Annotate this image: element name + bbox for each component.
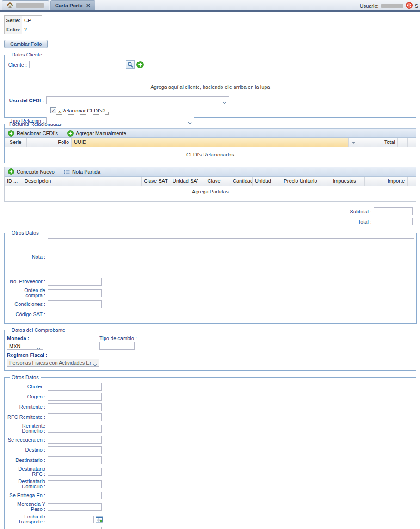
condiciones-input[interactable] [48, 300, 102, 308]
orden-compra-input[interactable] [48, 289, 102, 297]
destinatario-input[interactable] [48, 456, 102, 464]
col-uuid[interactable]: UUID [72, 138, 349, 147]
subtotal-label: Subtotal : [350, 209, 374, 214]
origen-label: Origen : [7, 394, 48, 399]
destinatario-domicilio-input[interactable] [48, 480, 102, 488]
destino-input[interactable] [48, 446, 102, 454]
subtotal-input[interactable] [374, 207, 413, 215]
matricula-input[interactable] [48, 527, 102, 529]
chevron-down-icon [93, 362, 97, 367]
relacionar-cfdis-checkbox-wrap: ✓ ¿Relacionar CFDI's? [49, 106, 109, 115]
destino-label: Destino : [7, 448, 48, 453]
mercancia-peso-label: Mercancia Y Peso : [7, 502, 48, 512]
cliente-label: Cliente : [7, 62, 29, 68]
tab-strip: Carta Porte ✕ Usuario: S [0, 0, 420, 12]
col-spacer [408, 138, 416, 147]
col-serie[interactable]: Serie [5, 138, 27, 147]
tipo-relacion-select[interactable] [46, 117, 194, 124]
usuario-label: Usuario: [360, 3, 379, 9]
col-folio[interactable]: Folio [27, 138, 72, 147]
fecha-transporte-input[interactable] [48, 516, 94, 523]
nota-partida-button[interactable]: Nota Partida [62, 168, 104, 175]
uso-cfdi-select[interactable] [46, 96, 229, 104]
column-menu-arrow-icon[interactable] [349, 138, 358, 147]
codigo-sat-label: Código SAT : [7, 312, 48, 317]
facturas-relacionadas-section: Facturas Relacionadas Relacionar CFDI's … [4, 121, 416, 163]
conceptos-grid-empty: Agrega Partidas [5, 186, 416, 201]
condiciones-label: Condiciones : [7, 302, 48, 307]
datos-cliente-legend: Datos Cliente [10, 52, 44, 57]
se-recogera-en-input[interactable] [48, 436, 102, 444]
add-icon [67, 130, 74, 137]
logout-power-icon[interactable] [406, 2, 413, 10]
regimen-fiscal-select[interactable]: Personas Fisicas con Actividades Empre [7, 359, 99, 367]
rfc-remitente-input[interactable] [48, 413, 102, 421]
relacionar-cfdis-checkbox[interactable]: ✓ [50, 107, 56, 113]
col-unidad[interactable]: Unidad [253, 177, 277, 186]
col-id[interactable]: ID ... [5, 177, 22, 186]
uso-cfdi-label: Uso del CFDI : [7, 98, 46, 103]
origen-input[interactable] [48, 393, 102, 401]
relacionar-cfdis-button[interactable]: Relacionar CFDI's [6, 130, 61, 137]
redacted-username [381, 4, 403, 8]
col-precio-unitario[interactable]: Precio Unitario [277, 177, 324, 186]
nota-label: Nota : [7, 255, 48, 260]
tab-home[interactable] [2, 0, 49, 10]
close-icon[interactable]: ✕ [85, 3, 90, 9]
tab-carta-porte[interactable]: Carta Porte ✕ [50, 0, 95, 10]
conceptos-grid-header: ID ... Descripcion Clave SAT Unidad SAT … [5, 177, 416, 186]
agregar-manualmente-button[interactable]: Agregar Manualmente [65, 130, 130, 137]
search-icon [127, 62, 133, 68]
moneda-select[interactable]: MXN [7, 342, 43, 350]
mercancia-peso-input[interactable] [48, 503, 102, 511]
cliente-add-button[interactable] [136, 61, 144, 68]
otros-datos-2-legend: Otros Datos [10, 374, 41, 380]
destinatario-domicilio-label: Destinatario Domicilio : [7, 479, 48, 489]
chofer-input[interactable] [48, 383, 102, 391]
col-importe[interactable]: Importe [365, 177, 408, 186]
moneda-label: Moneda : [7, 336, 99, 341]
col-cantidad[interactable]: Cantidad [230, 177, 253, 186]
orden-compra-label: Orden de compra : [7, 288, 48, 298]
form-canvas: Serie: CP Folio: 2 Cambiar Folio Datos C… [0, 12, 420, 528]
logout-label[interactable]: S [415, 3, 418, 9]
chevron-down-icon [222, 100, 227, 105]
col-clave[interactable]: Clave [198, 177, 230, 186]
serie-value: CP [22, 16, 42, 25]
datos-comprobante-section: Datos del Comprobante Moneda : MXN Tipo … [4, 327, 416, 371]
calendar-icon[interactable] [96, 516, 103, 523]
folio-label: Folio: [5, 25, 22, 34]
tipo-cambio-input[interactable] [99, 342, 135, 350]
cliente-input[interactable] [29, 61, 126, 68]
chevron-down-icon [188, 120, 192, 125]
cliente-search-button[interactable] [126, 60, 135, 69]
remitente-domicilio-input[interactable] [48, 425, 102, 433]
total-input[interactable] [374, 218, 413, 225]
add-icon [136, 61, 144, 68]
col-descripcion[interactable]: Descripcion [22, 177, 142, 186]
se-entrega-en-input[interactable] [48, 492, 102, 499]
col-clave-sat[interactable]: Clave SAT [142, 177, 170, 186]
col-impuestos[interactable]: Impuestos [324, 177, 365, 186]
col-spacer [408, 177, 416, 186]
list-icon [64, 169, 70, 175]
tipo-cambio-label: Tipo de cambio : [99, 336, 139, 341]
codigo-sat-input[interactable] [48, 311, 414, 318]
otros-datos-1-legend: Otros Datos [10, 230, 41, 236]
rfc-remitente-label: RFC Remitente : [7, 415, 48, 420]
col-total[interactable]: Total [358, 138, 398, 147]
col-unidad-sat[interactable]: Unidad SAT [170, 177, 198, 186]
destinatario-rfc-input[interactable] [48, 468, 102, 476]
destinatario-label: Destinatario : [7, 458, 48, 463]
chevron-down-icon [37, 345, 41, 351]
otros-datos-section-2: Otros Datos Chofer : Origen : Remitente … [4, 374, 416, 529]
session-area: Usuario: S [360, 2, 418, 10]
serie-folio-box: Serie: CP Folio: 2 [4, 15, 42, 34]
nota-textarea[interactable] [48, 238, 414, 275]
datos-cliente-section: Datos Cliente Cliente : Agrega aquí al c… [4, 52, 416, 118]
no-proveedor-input[interactable] [48, 278, 102, 286]
home-icon [6, 2, 13, 9]
concepto-nuevo-button[interactable]: Concepto Nuevo [6, 168, 58, 175]
remitente-input[interactable] [48, 403, 102, 411]
cambiar-folio-button[interactable]: Cambiar Folio [4, 40, 48, 48]
